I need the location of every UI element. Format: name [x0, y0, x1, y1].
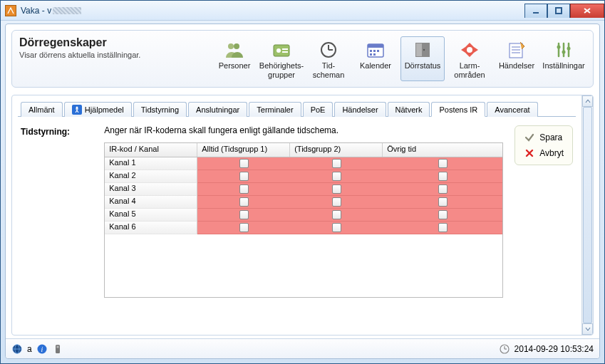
tab-label: Allmänt — [29, 105, 55, 114]
action-box: Spara Avbryt — [514, 125, 573, 165]
grid-cell — [383, 196, 502, 209]
row-label: Kanal 3 — [105, 183, 197, 196]
svg-point-31 — [557, 46, 561, 49]
checkbox[interactable] — [332, 172, 341, 181]
svg-rect-6 — [274, 45, 289, 56]
column-header[interactable]: Övrig tid — [383, 143, 502, 157]
titlebar: Vaka - v — [1, 1, 604, 21]
ribbon-label: Larm-områden — [454, 61, 485, 79]
grid-cell — [383, 222, 502, 234]
accessibility-icon — [72, 105, 82, 115]
checkbox[interactable] — [332, 197, 341, 207]
table-row: Kanal 5 — [105, 209, 502, 222]
checkbox[interactable] — [239, 159, 249, 168]
checkbox[interactable] — [438, 210, 448, 219]
grid-cell — [290, 157, 383, 170]
grid-cell — [290, 183, 383, 196]
checkbox[interactable] — [332, 223, 341, 232]
svg-rect-1 — [556, 8, 562, 14]
tab-poe[interactable]: PoE — [303, 102, 333, 117]
grid-cell — [197, 183, 290, 196]
globe-icon[interactable] — [11, 343, 23, 355]
checkbox[interactable] — [332, 210, 341, 219]
grid-cell — [383, 209, 502, 222]
table-row: Kanal 4 — [105, 196, 502, 209]
info-icon[interactable]: i — [36, 343, 48, 355]
status-timestamp: 2014-09-29 10:53:24 — [514, 344, 594, 354]
grid-cell — [383, 157, 502, 170]
checkbox[interactable] — [332, 184, 341, 194]
ribbon-item-dörrstatus[interactable]: Dörrstatus — [400, 36, 445, 81]
svg-point-32 — [562, 51, 566, 54]
row-label: Kanal 1 — [105, 157, 197, 170]
checkbox[interactable] — [438, 223, 448, 232]
maximize-button[interactable] — [547, 4, 570, 18]
svg-point-22 — [423, 49, 425, 51]
column-header[interactable]: Alltid (Tidsgrupp 1) — [197, 143, 290, 157]
table-row: Kanal 2 — [105, 170, 502, 183]
tab-anslutningar[interactable]: Anslutningar — [188, 102, 247, 117]
checkbox[interactable] — [239, 197, 249, 207]
close-button[interactable] — [570, 4, 604, 18]
save-button[interactable]: Spara — [524, 132, 564, 143]
checkbox[interactable] — [438, 197, 448, 207]
app-window: Vaka - v Dörregenskaper Visar dörrens ak… — [0, 0, 605, 364]
tab-hjälpmedel[interactable]: Hjälpmedel — [64, 102, 132, 117]
tab-label: Hjälpmedel — [85, 105, 124, 114]
column-header[interactable]: IR-kod / Kanal — [105, 143, 197, 157]
table-row: Kanal 3 — [105, 183, 502, 196]
tab-avancerat[interactable]: Avancerat — [487, 102, 537, 117]
ribbon-item-personer[interactable]: Personer — [212, 36, 257, 81]
title-version-blur — [53, 7, 81, 14]
device-icon[interactable] — [52, 343, 63, 355]
checkbox[interactable] — [438, 184, 448, 194]
checkbox[interactable] — [332, 159, 341, 168]
ribbon-icon — [317, 40, 340, 60]
checkbox[interactable] — [239, 184, 249, 194]
section-label: Tidstyrning: — [21, 125, 93, 137]
tab-label: Anslutningar — [196, 105, 239, 114]
ribbon-item-kalender[interactable]: Kalender — [353, 36, 398, 81]
checkbox[interactable] — [438, 172, 448, 181]
tab-händelser[interactable]: Händelser — [334, 102, 386, 117]
grid-cell — [383, 183, 502, 196]
ribbon-item-larm-områden[interactable]: Larm-områden — [448, 36, 492, 81]
svg-point-5 — [234, 43, 239, 49]
scroll-up-button[interactable] — [582, 95, 593, 107]
tab-postens-ir[interactable]: Postens IR — [431, 102, 485, 117]
ribbon-item-tid-scheman[interactable]: Tid-scheman — [306, 36, 351, 81]
checkbox[interactable] — [239, 223, 249, 232]
scroll-thumb[interactable] — [583, 107, 592, 323]
grid-cell — [197, 170, 290, 183]
scroll-down-button[interactable] — [582, 323, 593, 335]
minimize-button[interactable] — [524, 4, 547, 18]
page-title: Dörregenskaper — [19, 36, 140, 49]
column-header[interactable]: (Tidsgrupp 2) — [290, 143, 383, 157]
client-area: Dörregenskaper Visar dörrens aktuella in… — [5, 24, 600, 359]
ribbon-item-inställningar[interactable]: Inställningar — [542, 36, 586, 81]
tab-nätverk[interactable]: Nätverk — [388, 102, 430, 117]
svg-rect-16 — [373, 50, 376, 52]
ribbon-item-händelser[interactable]: Händelser — [495, 36, 539, 81]
ribbon-item-behörighets-grupper[interactable]: Behörighets-grupper — [259, 36, 304, 81]
ribbon-icon — [458, 40, 481, 60]
tab-label: Terminaler — [257, 105, 293, 114]
tab-terminaler[interactable]: Terminaler — [249, 102, 301, 117]
ribbon-label: Behörighets-grupper — [259, 61, 304, 79]
cancel-button[interactable]: Avbryt — [524, 147, 564, 159]
svg-rect-15 — [370, 50, 372, 52]
tab-allmänt[interactable]: Allmänt — [21, 102, 63, 117]
svg-rect-21 — [416, 43, 422, 56]
svg-point-4 — [228, 43, 234, 49]
row-label: Kanal 2 — [105, 170, 197, 183]
svg-point-33 — [567, 47, 571, 51]
grid-cell — [290, 209, 383, 222]
tab-label: Avancerat — [495, 105, 529, 114]
checkbox[interactable] — [438, 159, 448, 168]
ribbon-label: Personer — [219, 61, 251, 71]
tab-tidstyrning[interactable]: Tidstyrning — [133, 102, 187, 117]
vertical-scrollbar[interactable] — [581, 95, 593, 335]
ribbon: Dörregenskaper Visar dörrens aktuella in… — [11, 30, 594, 88]
checkbox[interactable] — [239, 172, 249, 181]
checkbox[interactable] — [239, 210, 249, 219]
